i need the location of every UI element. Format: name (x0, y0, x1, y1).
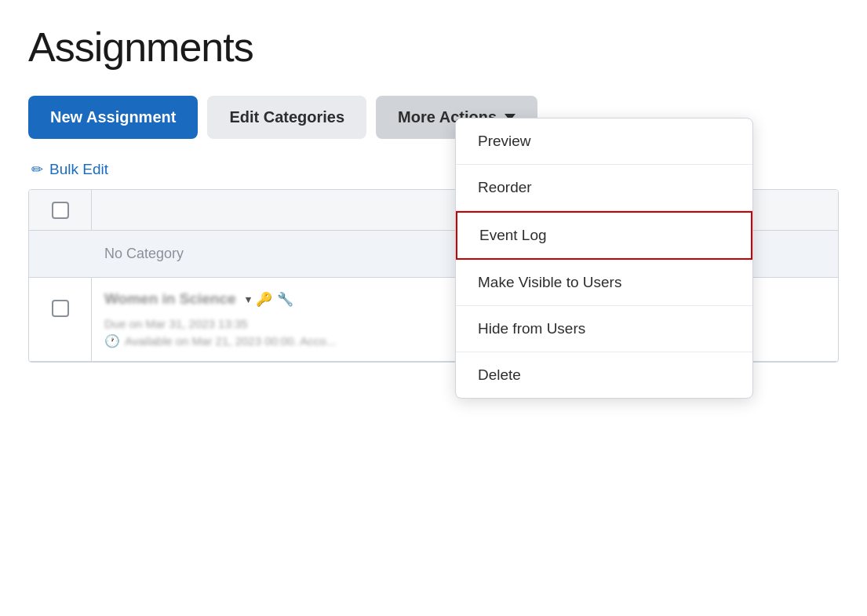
more-actions-dropdown: PreviewReorderEvent LogMake Visible to U… (455, 118, 753, 399)
page-title: Assignments (28, 24, 839, 71)
clock-icon: 🕐 (104, 334, 120, 348)
dropdown-item[interactable]: Preview (456, 118, 752, 165)
select-all-checkbox[interactable] (52, 202, 69, 219)
item-checkbox[interactable] (52, 300, 69, 317)
edit-categories-button[interactable]: Edit Categories (207, 96, 366, 139)
item-title-link[interactable]: Women in Science ▾ 🔑 🔧 (104, 290, 293, 308)
new-assignment-button[interactable]: New Assignment (28, 96, 198, 139)
dropdown-item[interactable]: Hide from Users (456, 306, 752, 352)
key-icon: 🔑 (256, 291, 272, 308)
bulk-edit-icon (31, 161, 43, 178)
tool-icon: 🔧 (277, 291, 293, 308)
item-title-text: Women in Science (104, 290, 236, 308)
header-check-col (29, 190, 92, 230)
item-available-text: Available on Mar 21, 2023 00:00. Acco... (125, 334, 336, 348)
bulk-edit-link[interactable]: Bulk Edit (49, 161, 108, 178)
category-label: No Category (92, 235, 196, 273)
dropdown-item[interactable]: Reorder (456, 165, 752, 211)
item-icons: ▾ 🔑 🔧 (246, 291, 293, 308)
dropdown-item[interactable]: Make Visible to Users (456, 260, 752, 306)
dropdown-item[interactable]: Delete (456, 352, 752, 398)
dropdown-item[interactable]: Event Log (456, 211, 752, 260)
item-check-col (29, 278, 92, 361)
dropdown-arrow-icon: ▾ (246, 293, 251, 305)
